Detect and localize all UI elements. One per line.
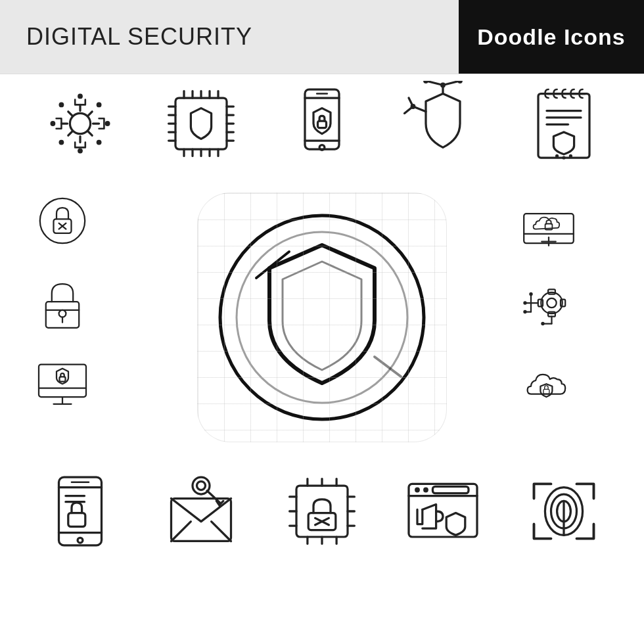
svg-rect-125 <box>409 484 477 537</box>
chip-shield-icon <box>158 81 244 166</box>
svg-rect-58 <box>46 302 79 328</box>
svg-line-106 <box>207 491 220 503</box>
svg-point-86 <box>523 301 526 304</box>
mobile-lock-icon <box>37 469 123 554</box>
cloud-computer-lock-icon <box>506 183 591 258</box>
notebook-shield-icon <box>521 81 607 166</box>
svg-point-105 <box>197 482 206 490</box>
svg-line-37 <box>426 81 443 85</box>
svg-rect-100 <box>68 513 85 527</box>
computer-lock-icon <box>20 347 105 423</box>
svg-line-102 <box>172 522 191 541</box>
chip-lock-icon <box>279 469 365 554</box>
svg-point-33 <box>319 145 325 150</box>
grid-background <box>197 193 447 442</box>
network-shield-icon <box>400 81 486 166</box>
svg-point-52 <box>562 156 565 159</box>
svg-point-45 <box>411 104 416 109</box>
header-right: Doodle Icons <box>459 0 644 74</box>
header-left: DIGITAL SECURITY <box>0 0 459 74</box>
svg-point-76 <box>547 298 556 307</box>
svg-point-128 <box>423 488 428 493</box>
svg-rect-35 <box>318 121 327 127</box>
featured-container <box>197 193 447 442</box>
svg-point-84 <box>523 310 526 313</box>
bottom-icon-row <box>0 462 644 561</box>
svg-line-38 <box>443 81 460 85</box>
featured-icon-area <box>138 176 506 459</box>
svg-point-96 <box>78 538 83 543</box>
svg-point-75 <box>541 292 562 313</box>
svg-point-53 <box>569 154 572 158</box>
svg-point-40 <box>423 81 428 83</box>
svg-point-4 <box>105 121 110 126</box>
envelope-key-icon <box>158 469 244 554</box>
svg-point-54 <box>40 198 85 242</box>
page-title: DIGITAL SECURITY <box>26 23 252 51</box>
svg-point-3 <box>51 121 56 126</box>
gear-network-icon <box>37 81 123 166</box>
fingerprint-icon <box>521 469 607 554</box>
svg-point-39 <box>440 83 446 88</box>
mobile-shield-icon <box>279 81 365 166</box>
brand-name: Doodle Icons <box>477 24 625 50</box>
padlock-icon <box>20 265 105 340</box>
header: DIGITAL SECURITY Doodle Icons <box>0 0 644 74</box>
svg-point-8 <box>97 140 102 145</box>
svg-point-59 <box>59 310 66 317</box>
svg-rect-9 <box>175 98 227 149</box>
svg-rect-129 <box>432 486 469 493</box>
right-icon-col <box>506 176 624 459</box>
svg-rect-47 <box>538 94 589 158</box>
middle-section <box>0 176 644 459</box>
top-icon-row <box>0 74 644 173</box>
svg-point-7 <box>59 140 64 145</box>
svg-point-2 <box>78 149 83 154</box>
svg-point-41 <box>457 81 463 83</box>
svg-point-88 <box>529 292 532 295</box>
svg-point-127 <box>415 488 420 493</box>
cloud-shield-icon <box>506 347 591 423</box>
svg-point-6 <box>97 103 102 108</box>
svg-point-91 <box>541 321 544 325</box>
svg-point-1 <box>78 94 83 99</box>
svg-point-5 <box>59 103 64 108</box>
svg-rect-66 <box>60 377 66 381</box>
browser-shield-icon <box>400 469 486 554</box>
svg-line-103 <box>212 522 231 541</box>
left-icon-col <box>20 176 138 459</box>
circuit-gear-icon <box>506 265 591 340</box>
svg-point-51 <box>555 154 559 158</box>
lock-circle-x-icon <box>20 183 105 258</box>
